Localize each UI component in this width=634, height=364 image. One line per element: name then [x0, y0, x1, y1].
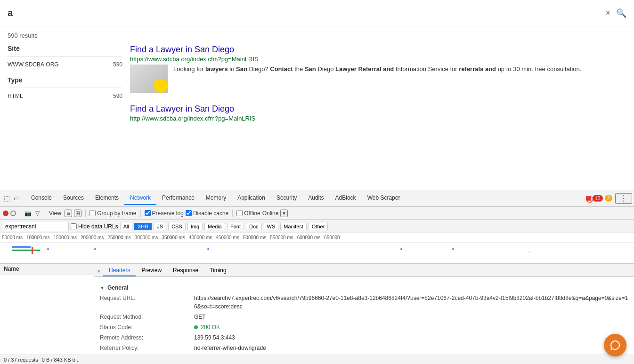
- detail-tab-preview[interactable]: Preview: [136, 265, 167, 276]
- result-thumbnail-1: [130, 65, 168, 93]
- detail-tab-timing[interactable]: Timing: [204, 265, 232, 276]
- browser-icons: × 🔍: [605, 8, 626, 18]
- detail-panel: × Headers Preview Response Timing ▼ Gene…: [94, 264, 634, 355]
- filter-all-btn[interactable]: All: [120, 223, 132, 230]
- device-icon[interactable]: ▭: [12, 194, 22, 203]
- result-url-1[interactable]: https://www.sdcba.org/index.cfm?pg=MainL…: [130, 56, 626, 63]
- filter-other-btn[interactable]: Other: [309, 223, 328, 230]
- close-icon[interactable]: ×: [605, 8, 610, 18]
- tab-audits[interactable]: Audits: [302, 192, 329, 205]
- general-label: General: [107, 284, 129, 291]
- clear-button[interactable]: [10, 210, 16, 216]
- filter-img-btn[interactable]: Img: [187, 223, 203, 230]
- tl-label-8: 400000 ms: [187, 235, 214, 240]
- detail-tabs: × Headers Preview Response Timing: [94, 264, 634, 277]
- record-button[interactable]: [3, 210, 8, 216]
- toolbar-sep-3: [85, 210, 86, 217]
- tab-memory[interactable]: Memory: [200, 192, 232, 205]
- result-title-1[interactable]: Find a Lawyer in San Diego: [130, 45, 234, 54]
- disable-cache-checkbox[interactable]: [186, 210, 192, 216]
- devtools: ⬚ ▭ Console Sources Elements Network Per…: [0, 190, 634, 364]
- detail-close-btn[interactable]: ×: [94, 266, 103, 276]
- view-waterfall-icon[interactable]: ⊞: [74, 210, 81, 217]
- toolbar-sep-4: [140, 210, 141, 217]
- status-code-val: 200 OK: [194, 323, 220, 332]
- tab-adblock[interactable]: AdBlock: [330, 192, 362, 205]
- devtools-main-content: Name × Headers Preview Response Timing ▼…: [0, 264, 634, 355]
- tab-security[interactable]: Security: [271, 192, 302, 205]
- tab-elements[interactable]: Elements: [89, 192, 124, 205]
- referrer-policy-row: Referrer Policy: no-referrer-when-downgr…: [100, 343, 628, 353]
- main-content: 590 results Site WWW.SDCBA.ORG 590 Type …: [0, 26, 634, 190]
- results-count: 590 results: [8, 32, 626, 39]
- offline-label[interactable]: Offline: [236, 210, 260, 217]
- view-list-icon[interactable]: ≡: [65, 210, 72, 217]
- chat-bubble[interactable]: [604, 334, 626, 356]
- toolbar-sep-2: [45, 210, 45, 217]
- tab-sources[interactable]: Sources: [57, 192, 89, 205]
- tl-label-1: 50000 ms: [0, 235, 24, 240]
- result-title-2[interactable]: Find a Lawyer in San Diego: [130, 104, 234, 113]
- tab-performance[interactable]: Performance: [156, 192, 200, 205]
- referrer-policy-key: Referrer Policy:: [100, 344, 194, 352]
- error-count-badge: 13: [593, 195, 603, 202]
- tab-web-scraper[interactable]: Web Scraper: [362, 192, 406, 205]
- result-snippet-1: Looking for lawyers in San Diego? Contac…: [173, 65, 581, 93]
- browser-top-bar: a × 🔍: [0, 0, 634, 26]
- filter-ws-btn[interactable]: WS: [264, 223, 279, 230]
- group-by-frame-checkbox[interactable]: [89, 210, 96, 216]
- tl-label-11: 550000 ms: [268, 235, 295, 240]
- group-by-frame-label[interactable]: Group by frame: [89, 210, 136, 217]
- request-url-val[interactable]: https://searchv7.expertrec.com/v6/search…: [194, 294, 628, 311]
- error-dot: 🚫: [586, 196, 591, 201]
- filter-font-btn[interactable]: Font: [227, 223, 244, 230]
- detail-tab-headers[interactable]: Headers: [103, 265, 136, 276]
- camera-icon[interactable]: 📷: [24, 210, 32, 217]
- filter-icon[interactable]: ▽: [33, 210, 41, 217]
- preserve-log-label[interactable]: Preserve log: [145, 210, 184, 217]
- preserve-log-checkbox[interactable]: [145, 210, 151, 216]
- type-item-label[interactable]: HTML: [8, 93, 23, 99]
- hide-data-urls-checkbox[interactable]: [71, 223, 77, 229]
- tl-label-4: 200000 ms: [79, 235, 106, 240]
- tl-label-5: 250000 ms: [106, 235, 132, 240]
- name-panel-header: Name: [0, 264, 94, 275]
- results-area: Find a Lawyer in San Diego https://www.s…: [130, 45, 626, 190]
- hide-data-urls-label[interactable]: Hide data URLs: [71, 223, 118, 230]
- tab-console[interactable]: Console: [25, 192, 57, 205]
- filter-bar: Hide data URLs All XHR JS CSS Img Media …: [0, 220, 634, 233]
- result-item-2: Find a Lawyer in San Diego http://www.sd…: [130, 104, 626, 122]
- sidebar: Site WWW.SDCBA.ORG 590 Type HTML 590: [8, 45, 130, 190]
- devtools-more-button[interactable]: ⋮: [615, 193, 632, 204]
- filter-input[interactable]: [3, 222, 69, 231]
- filter-js-btn[interactable]: JS: [154, 223, 166, 230]
- detail-content: ▼ General Request URL: https://searchv7.…: [94, 277, 634, 355]
- tl-label-3: 150000 ms: [51, 235, 78, 240]
- site-item-label[interactable]: WWW.SDCBA.ORG: [8, 61, 59, 68]
- tab-application[interactable]: Application: [232, 192, 271, 205]
- general-arrow: ▼: [100, 285, 105, 291]
- site-section-title: Site: [8, 45, 122, 52]
- type-item-count: 590: [113, 93, 122, 99]
- remote-address-row: Remote Address: 139.59.54.3:443: [100, 332, 628, 343]
- tab-network[interactable]: Network: [124, 192, 156, 205]
- filter-xhr-btn[interactable]: XHR: [134, 223, 152, 230]
- result-url-2[interactable]: http://www.sdcba.org/index.cfm?pg=MainLR…: [130, 115, 626, 122]
- filter-manifest-btn[interactable]: Manifest: [280, 223, 307, 230]
- throttle-dropdown[interactable]: ▾: [280, 210, 288, 217]
- status-bar: 0 / 37 requests 0 B / 843 KB tr...: [0, 355, 634, 364]
- disable-cache-label[interactable]: Disable cache: [186, 210, 228, 217]
- request-url-key: Request URL:: [100, 294, 194, 311]
- filter-media-btn[interactable]: Media: [204, 223, 225, 230]
- request-method-val: GET: [194, 313, 206, 321]
- inspect-icon[interactable]: ⬚: [2, 194, 12, 203]
- detail-tab-response[interactable]: Response: [167, 265, 204, 276]
- filter-doc-btn[interactable]: Doc: [246, 223, 262, 230]
- toolbar-sep-1: [20, 210, 20, 217]
- offline-checkbox[interactable]: [236, 210, 243, 216]
- site-item-count: 590: [113, 61, 122, 68]
- remote-address-key: Remote Address:: [100, 333, 194, 342]
- general-section-header[interactable]: ▼ General: [100, 284, 628, 291]
- filter-css-btn[interactable]: CSS: [168, 223, 186, 230]
- search-icon[interactable]: 🔍: [616, 8, 626, 18]
